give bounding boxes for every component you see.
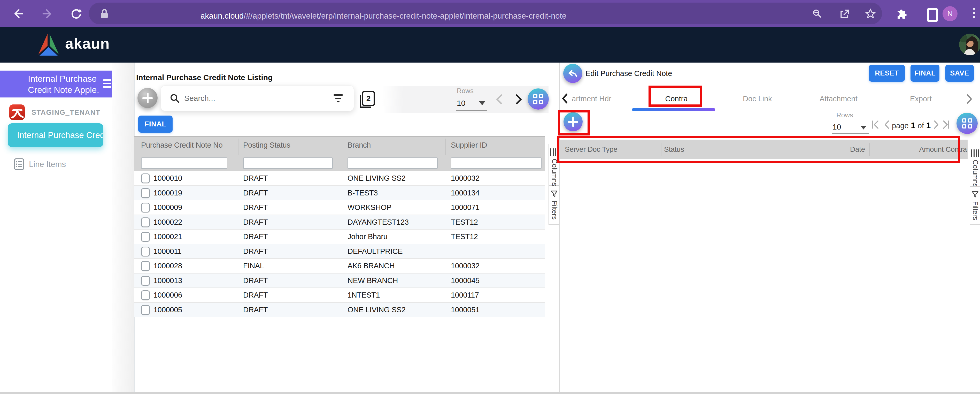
user-avatar[interactable] [959, 33, 980, 55]
active-tab-indicator [632, 108, 715, 111]
grid-view-button[interactable] [956, 113, 978, 134]
zoom-out-icon[interactable] [812, 9, 822, 19]
cell-note-no: 1000021 [153, 230, 182, 244]
reset-button[interactable]: RESET [869, 65, 905, 82]
page-current: 1 [911, 121, 915, 130]
cell-branch: DEFAULTPRICE [347, 244, 402, 258]
extensions-puzzle-icon[interactable] [895, 7, 907, 20]
cell-note-no: 1000009 [153, 200, 182, 214]
cell-note-no: 1000011 [153, 244, 181, 258]
back-button[interactable] [563, 64, 582, 83]
rows-per-page-select[interactable]: 10 [832, 123, 841, 131]
final-button[interactable]: FINAL [910, 65, 939, 82]
rows-dropdown-arrow-icon[interactable] [861, 126, 867, 129]
filter-sort-icon[interactable] [334, 94, 343, 102]
filter-input-supplier-id[interactable] [451, 158, 541, 169]
row-checkbox[interactable] [141, 232, 150, 242]
browser-back-icon[interactable] [13, 8, 24, 20]
table-row[interactable]: 1000021DRAFTJohor BharuTEST12 [134, 230, 545, 244]
table-row[interactable]: 1000009DRAFTWORKSHOP1000071 [134, 200, 545, 215]
last-page-icon[interactable] [942, 120, 950, 130]
tabs-scroll-right-icon[interactable] [966, 94, 973, 104]
tab-department-hdr[interactable]: artment Hdr [572, 95, 611, 103]
table-row[interactable]: 1000011DRAFTDEFAULTPRICE [134, 244, 545, 259]
cell-branch: AK6 BRANCH [347, 259, 395, 273]
first-page-icon[interactable] [871, 120, 880, 130]
next-page-icon[interactable] [933, 120, 939, 130]
funnel-icon [550, 190, 558, 198]
cell-supplier-id: 1000071 [451, 200, 479, 214]
screen: akaun.cloud/#/applets/tnt/wavelet/erp/in… [0, 0, 980, 394]
filters-side-tab[interactable]: Filters [549, 186, 559, 225]
table-row[interactable]: 1000006DRAFT1NTEST11000117 [134, 288, 545, 303]
grid-view-button[interactable] [528, 88, 549, 110]
duplicate-view-icon[interactable]: 2 [360, 91, 373, 107]
row-checkbox[interactable] [141, 305, 150, 315]
cell-branch: ONE LIVING SS2 [347, 303, 406, 317]
tab-attachment[interactable]: Attachment [819, 95, 858, 103]
final-filter-button[interactable]: FINAL [138, 116, 173, 132]
columns-side-tab[interactable]: Columns [970, 145, 980, 186]
filter-input-note-no[interactable] [141, 158, 228, 169]
column-header[interactable]: Supplier ID [451, 141, 487, 150]
row-checkbox[interactable] [141, 276, 150, 286]
rows-select-underline [832, 133, 869, 134]
tab-export[interactable]: Export [910, 95, 932, 103]
sidebar-gap-column [112, 62, 135, 392]
row-checkbox[interactable] [141, 290, 150, 300]
table-row[interactable]: 1000028FINALAK6 BRANCH1000032 [134, 259, 545, 274]
final-label: FINAL [914, 69, 935, 77]
table-row[interactable]: 1000010DRAFTONE LIVING SS21000032 [134, 171, 545, 186]
columns-tab-label: Columns [971, 160, 979, 187]
save-button[interactable]: SAVE [945, 65, 974, 82]
column-header[interactable]: Branch [347, 141, 371, 150]
of-word: of [918, 121, 924, 130]
cell-posting-status: DRAFT [243, 171, 268, 185]
browser-menu-icon[interactable] [973, 8, 975, 18]
bookmark-star-icon[interactable] [865, 8, 876, 19]
table-row[interactable]: 1000019DRAFTB-TEST31000134 [134, 186, 545, 201]
table-row[interactable]: 1000013DRAFTNEW BRANCH1000045 [134, 274, 545, 288]
column-header[interactable]: Posting Status [243, 141, 290, 150]
row-checkbox[interactable] [141, 188, 150, 198]
row-checkbox[interactable] [141, 261, 150, 271]
user-photo [959, 33, 980, 55]
browser-profile-avatar[interactable]: N [943, 6, 958, 21]
browser-reload-icon[interactable] [70, 8, 82, 20]
tab-doc-link[interactable]: Doc Link [743, 95, 772, 103]
prev-page-icon[interactable] [884, 120, 890, 130]
row-checkbox[interactable] [141, 174, 150, 183]
browser-forward-icon[interactable] [41, 8, 53, 20]
column-header[interactable]: Purchase Credit Note No [141, 141, 223, 150]
sidebar-item-line-items[interactable]: Line Items [29, 160, 66, 169]
cell-posting-status: DRAFT [243, 244, 268, 258]
reset-label: RESET [875, 69, 899, 77]
filter-input-posting-status[interactable] [243, 158, 333, 169]
search-input[interactable] [184, 88, 329, 108]
rows-per-page-select[interactable]: 10 [457, 99, 465, 108]
cell-posting-status: DRAFT [243, 230, 268, 244]
share-icon[interactable] [839, 8, 850, 19]
filters-side-tab[interactable]: Filters [970, 186, 980, 225]
cell-posting-status: DRAFT [243, 215, 268, 229]
rows-dropdown-arrow-icon[interactable] [479, 101, 485, 105]
row-checkbox[interactable] [141, 247, 150, 257]
cell-posting-status: DRAFT [243, 200, 268, 214]
browser-sidebar-icon[interactable] [927, 8, 938, 22]
tabs-scroll-left-icon[interactable] [561, 93, 568, 104]
row-checkbox[interactable] [141, 203, 150, 212]
filters-tab-label: Filters [550, 201, 558, 220]
cell-branch: WORKSHOP [347, 200, 391, 214]
row-checkbox[interactable] [141, 217, 150, 227]
cell-posting-status: DRAFT [243, 274, 268, 287]
add-record-button[interactable] [137, 88, 158, 108]
filter-input-branch[interactable] [347, 158, 438, 169]
tenant-app-icon[interactable] [9, 104, 25, 120]
next-page-icon[interactable] [515, 94, 523, 105]
prev-page-icon[interactable] [495, 94, 503, 105]
table-row[interactable]: 1000022DRAFTDAYANGTEST123TEST12 [134, 215, 545, 230]
plus-icon [142, 93, 153, 103]
address-bar[interactable]: akaun.cloud/#/applets/tnt/wavelet/erp/in… [89, 3, 882, 24]
table-row[interactable]: 1000005DRAFTONE LIVING SS21000051 [134, 303, 545, 317]
sidebar-item-internal-purchase-credit[interactable]: Internal Purchase Cred [8, 123, 103, 147]
